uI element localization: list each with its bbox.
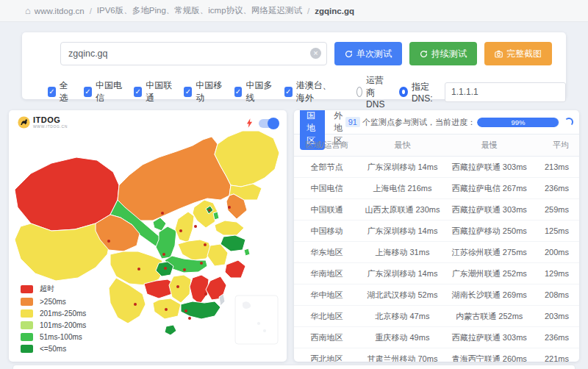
province-shanxi[interactable] [175,212,194,243]
cell-region: 中国移动 [294,221,359,242]
full-screenshot-button[interactable]: 完整截图 [484,42,552,65]
radio-label: 指定DNS: [412,81,434,104]
cell-fastest: 广东深圳移动 14ms [359,157,445,178]
logo-title: ITDOG [33,116,68,124]
cell-slowest: 广东潮州联通 252ms [445,263,534,284]
table-row: 中国移动广东深圳移动 14ms西藏拉萨移动 250ms125ms [294,221,579,242]
dns-radio-group: 运营商DNS 指定DNS: [356,74,566,110]
checkbox-label: 中国多线 [245,79,273,104]
itdog-logo[interactable]: ITDOG WWW.ITDOG.CN [18,116,68,129]
cell-slowest: 青海西宁联通 260ms [445,348,534,362]
operator-checkbox[interactable]: ✓全选 [48,79,73,104]
single-test-button[interactable]: 单次测试 [334,42,402,65]
filter-row: ✓全选✓中国电信✓中国联通✓中国移动✓中国多线✓港澳台、海外 运营商DNS 指定… [22,65,566,110]
legend-label: >250ms [40,298,66,306]
province-hainan[interactable] [165,325,176,335]
dns-input[interactable] [445,82,566,102]
checkbox-icon: ✓ [234,87,243,97]
table-row: 华南地区广东深圳移动 14ms广东潮州联通 252ms129ms [294,263,579,284]
breadcrumb: ⌂ www.itdog.cn / IPV6版、多地Ping、常规版、icmp协议… [0,0,588,22]
cell-fastest: 广东深圳移动 14ms [359,221,445,242]
province-tianjin[interactable] [213,212,219,220]
map-tools [246,118,278,128]
checkbox-label: 全选 [60,79,73,104]
cell-slowest: 江苏徐州联通 275ms [445,242,534,263]
results-table: 区域/运营商 最快 最慢 平均 全部节点广东深圳移动 14ms西藏拉萨联通 30… [294,134,579,362]
cell-slowest: 西藏拉萨联通 303ms [445,327,534,348]
cell-average: 125ms [534,221,579,242]
table-row: 西南地区重庆移动 49ms西藏拉萨联通 303ms236ms [294,327,579,348]
province-hunan[interactable] [169,275,191,303]
table-row: 西北地区甘肃兰州移动 70ms青海西宁联通 260ms221ms [294,348,579,362]
clear-input-icon[interactable]: × [310,48,321,59]
operator-checkbox[interactable]: ✓中国电信 [84,79,123,104]
checkbox-label: 港澳台、海外 [296,79,337,104]
breadcrumb-home[interactable]: www.itdog.cn [35,7,85,15]
breadcrumb-separator: / [307,7,309,15]
legend-swatch [21,321,33,329]
target-input-wrap: × [60,42,327,65]
cell-slowest: 西藏拉萨电信 267ms [445,178,534,199]
progress-bar: 99% [477,118,559,127]
search-card: × 单次测试 持续测试 完整截图 ✓全选✓中国电信✓中国联通✓中国移动✓中国多线… [22,32,566,99]
legend-label: 51ms-100ms [40,333,82,341]
target-input[interactable] [60,42,327,65]
province-henan[interactable] [178,240,212,260]
map-toggle[interactable] [259,119,278,128]
map-legend: 超时>250ms201ms-250ms101ms-200ms51ms-100ms… [21,280,86,353]
results-header: 中国地区 海外地区 91 个监测点参与测试，当前进度： 99% [294,110,579,134]
lightning-icon[interactable] [246,118,253,128]
cell-average: 236ms [534,178,579,199]
province-shaanxi[interactable] [156,226,176,259]
cell-slowest: 西藏拉萨移动 250ms [445,221,534,242]
refresh-icon [420,50,428,58]
operator-checkbox[interactable]: ✓中国联通 [134,79,173,104]
legend-swatch [21,345,33,353]
cell-average: 259ms [534,199,579,221]
continuous-test-button[interactable]: 持续测试 [409,42,477,65]
operator-checkbox[interactable]: ✓港澳台、海外 [284,79,337,104]
header-fastest: 最快 [359,135,445,157]
results-card: 中国地区 海外地区 91 个监测点参与测试，当前进度： 99% 区域/运营商 最… [294,110,579,362]
legend-label: 101ms-200ms [40,321,86,329]
progress-percent: 99% [477,118,559,127]
cell-region: 华中地区 [294,284,359,306]
legend-label: <=50ms [40,345,66,353]
checkbox-icon: ✓ [84,87,92,97]
operator-checkbox[interactable]: ✓中国多线 [234,79,273,104]
province-zhejiang[interactable] [225,260,245,278]
progress-label: 个监测点参与测试，当前进度： [362,117,476,128]
legend-swatch [21,285,33,293]
search-row: × 单次测试 持续测试 完整截图 [22,32,566,65]
table-row: 华东地区上海移动 31ms江苏徐州联通 275ms200ms [294,242,579,263]
breadcrumb-path[interactable]: IPV6版、多地Ping、常规版、icmp协议、网络延迟测试 [97,5,302,16]
cell-fastest: 广东深圳移动 14ms [359,263,445,284]
cell-fastest: 上海移动 31ms [359,242,445,263]
radio-carrier-dns[interactable]: 运营商DNS [356,74,389,110]
table-row: 华中地区湖北武汉移动 52ms湖南长沙联通 269ms208ms [294,284,579,306]
cell-slowest: 西藏拉萨联通 303ms [445,199,534,221]
legend-item: >250ms [21,298,86,306]
province-shanghai[interactable] [244,248,250,256]
camera-icon [495,50,503,58]
single-test-label: 单次测试 [356,48,392,60]
checkbox-label: 中国移动 [196,79,223,104]
cell-region: 中国电信 [294,178,359,199]
table-row: 全部节点广东深圳移动 14ms西藏拉萨联通 303ms213ms [294,157,579,178]
cell-fastest: 北京移动 47ms [359,306,445,327]
radio-icon [356,87,362,97]
home-icon[interactable]: ⌂ [25,5,31,16]
map-card: ITDOG WWW.ITDOG.CN [9,110,287,362]
cell-region: 华北地区 [294,306,359,327]
breadcrumb-current: zgqinc.gq [315,7,354,15]
province-shandong[interactable] [215,221,244,235]
radio-custom-dns[interactable]: 指定DNS: [399,81,434,104]
dog-icon [18,116,30,129]
operator-checkbox[interactable]: ✓中国移动 [184,79,223,104]
logo-subtitle: WWW.ITDOG.CN [33,124,68,129]
cell-region: 全部节点 [294,157,359,178]
legend-item: 201ms-250ms [21,309,86,318]
cell-region: 中国联通 [294,199,359,221]
cell-average: 129ms [534,263,579,284]
footer-card-edge [13,365,575,369]
